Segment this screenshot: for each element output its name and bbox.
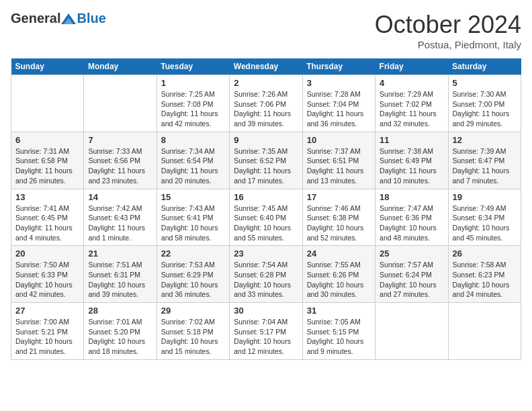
day-number: 6 [15,135,79,145]
day-info: Sunrise: 7:47 AM Sunset: 6:36 PM Dayligh… [380,203,443,243]
day-cell: 28Sunrise: 7:01 AM Sunset: 5:20 PM Dayli… [84,303,157,360]
day-number: 10 [307,135,371,145]
day-cell: 17Sunrise: 7:46 AM Sunset: 6:38 PM Dayli… [302,189,375,246]
day-cell [11,75,84,132]
day-number: 19 [453,192,517,202]
day-info: Sunrise: 7:42 AM Sunset: 6:43 PM Dayligh… [88,203,152,243]
day-cell: 16Sunrise: 7:45 AM Sunset: 6:40 PM Dayli… [230,189,302,246]
day-info: Sunrise: 7:54 AM Sunset: 6:28 PM Dayligh… [234,260,298,300]
day-number: 8 [161,135,225,145]
day-cell: 29Sunrise: 7:02 AM Sunset: 5:18 PM Dayli… [157,303,229,360]
day-number: 11 [380,135,443,145]
header-tuesday: Tuesday [157,58,229,75]
day-number: 1 [161,78,225,88]
day-info: Sunrise: 7:55 AM Sunset: 6:26 PM Dayligh… [307,260,371,300]
day-info: Sunrise: 7:58 AM Sunset: 6:23 PM Dayligh… [453,260,517,300]
day-cell: 27Sunrise: 7:00 AM Sunset: 5:21 PM Dayli… [11,303,84,360]
day-cell: 13Sunrise: 7:41 AM Sunset: 6:45 PM Dayli… [11,189,84,246]
day-cell: 8Sunrise: 7:34 AM Sunset: 6:54 PM Daylig… [157,132,229,189]
day-cell: 1Sunrise: 7:25 AM Sunset: 7:08 PM Daylig… [157,75,229,132]
logo: General Blue [11,11,106,26]
day-cell: 10Sunrise: 7:37 AM Sunset: 6:51 PM Dayli… [302,132,375,189]
day-cell: 18Sunrise: 7:47 AM Sunset: 6:36 PM Dayli… [375,189,448,246]
week-row-1: 1Sunrise: 7:25 AM Sunset: 7:08 PM Daylig… [11,75,521,132]
day-cell [375,303,448,360]
day-cell: 26Sunrise: 7:58 AM Sunset: 6:23 PM Dayli… [448,246,521,303]
day-number: 4 [380,78,443,88]
calendar-title: October 2024 [375,11,521,39]
day-cell: 14Sunrise: 7:42 AM Sunset: 6:43 PM Dayli… [84,189,157,246]
day-cell: 11Sunrise: 7:38 AM Sunset: 6:49 PM Dayli… [375,132,448,189]
day-number: 29 [161,306,225,316]
day-info: Sunrise: 7:34 AM Sunset: 6:54 PM Dayligh… [161,146,225,186]
day-number: 17 [307,192,371,202]
day-info: Sunrise: 7:49 AM Sunset: 6:34 PM Dayligh… [453,203,517,243]
day-cell: 12Sunrise: 7:39 AM Sunset: 6:47 PM Dayli… [448,132,521,189]
header-thursday: Thursday [302,58,375,75]
day-cell: 5Sunrise: 7:30 AM Sunset: 7:00 PM Daylig… [448,75,521,132]
day-cell: 20Sunrise: 7:50 AM Sunset: 6:33 PM Dayli… [11,246,84,303]
day-number: 23 [234,248,298,259]
logo-blue-text: Blue [77,11,105,26]
day-cell: 30Sunrise: 7:04 AM Sunset: 5:17 PM Dayli… [230,303,302,360]
day-info: Sunrise: 7:38 AM Sunset: 6:49 PM Dayligh… [380,146,443,186]
calendar-table: Sunday Monday Tuesday Wednesday Thursday… [11,58,521,360]
header-wednesday: Wednesday [230,58,302,75]
day-info: Sunrise: 7:26 AM Sunset: 7:06 PM Dayligh… [234,89,298,129]
day-cell: 31Sunrise: 7:05 AM Sunset: 5:15 PM Dayli… [302,303,375,360]
week-row-3: 13Sunrise: 7:41 AM Sunset: 6:45 PM Dayli… [11,189,521,246]
day-number: 27 [15,306,79,316]
day-number: 2 [234,78,298,88]
header-monday: Monday [84,58,157,75]
day-cell: 3Sunrise: 7:28 AM Sunset: 7:04 PM Daylig… [302,75,375,132]
day-info: Sunrise: 7:35 AM Sunset: 6:52 PM Dayligh… [234,146,298,186]
day-info: Sunrise: 7:04 AM Sunset: 5:17 PM Dayligh… [234,317,298,357]
day-header-row: Sunday Monday Tuesday Wednesday Thursday… [11,58,521,75]
day-number: 22 [161,248,225,259]
day-info: Sunrise: 7:31 AM Sunset: 6:58 PM Dayligh… [15,146,79,186]
header-sunday: Sunday [11,58,84,75]
day-cell: 2Sunrise: 7:26 AM Sunset: 7:06 PM Daylig… [230,75,302,132]
day-number: 24 [307,248,371,259]
day-cell: 6Sunrise: 7:31 AM Sunset: 6:58 PM Daylig… [11,132,84,189]
day-number: 31 [307,306,371,316]
day-info: Sunrise: 7:46 AM Sunset: 6:38 PM Dayligh… [307,203,371,243]
day-number: 28 [88,306,152,316]
day-cell: 4Sunrise: 7:29 AM Sunset: 7:02 PM Daylig… [375,75,448,132]
day-cell: 21Sunrise: 7:51 AM Sunset: 6:31 PM Dayli… [84,246,157,303]
week-row-2: 6Sunrise: 7:31 AM Sunset: 6:58 PM Daylig… [11,132,521,189]
day-number: 30 [234,306,298,316]
day-info: Sunrise: 7:05 AM Sunset: 5:15 PM Dayligh… [307,317,371,357]
day-info: Sunrise: 7:33 AM Sunset: 6:56 PM Dayligh… [88,146,152,186]
day-number: 16 [234,192,298,202]
logo-icon [61,13,76,24]
day-cell [84,75,157,132]
day-info: Sunrise: 7:02 AM Sunset: 5:18 PM Dayligh… [161,317,225,357]
day-number: 26 [453,248,517,259]
day-info: Sunrise: 7:53 AM Sunset: 6:29 PM Dayligh… [161,260,225,300]
day-cell: 7Sunrise: 7:33 AM Sunset: 6:56 PM Daylig… [84,132,157,189]
day-number: 14 [88,192,152,202]
day-number: 21 [88,248,152,259]
day-number: 20 [15,248,79,259]
day-info: Sunrise: 7:39 AM Sunset: 6:47 PM Dayligh… [453,146,517,186]
day-number: 5 [453,78,517,88]
week-row-4: 20Sunrise: 7:50 AM Sunset: 6:33 PM Dayli… [11,246,521,303]
page-header: General Blue October 2024 Postua, Piedmo… [11,11,521,50]
week-row-5: 27Sunrise: 7:00 AM Sunset: 5:21 PM Dayli… [11,303,521,360]
day-cell: 9Sunrise: 7:35 AM Sunset: 6:52 PM Daylig… [230,132,302,189]
day-number: 15 [161,192,225,202]
day-info: Sunrise: 7:29 AM Sunset: 7:02 PM Dayligh… [380,89,443,129]
day-info: Sunrise: 7:43 AM Sunset: 6:41 PM Dayligh… [161,203,225,243]
day-cell: 22Sunrise: 7:53 AM Sunset: 6:29 PM Dayli… [157,246,229,303]
day-number: 7 [88,135,152,145]
day-cell: 25Sunrise: 7:57 AM Sunset: 6:24 PM Dayli… [375,246,448,303]
calendar-subtitle: Postua, Piedmont, Italy [375,39,521,50]
header-saturday: Saturday [448,58,521,75]
header-friday: Friday [375,58,448,75]
day-info: Sunrise: 7:25 AM Sunset: 7:08 PM Dayligh… [161,89,225,129]
logo-general-text: General [11,11,60,26]
day-info: Sunrise: 7:45 AM Sunset: 6:40 PM Dayligh… [234,203,298,243]
day-info: Sunrise: 7:57 AM Sunset: 6:24 PM Dayligh… [380,260,443,300]
day-info: Sunrise: 7:37 AM Sunset: 6:51 PM Dayligh… [307,146,371,186]
